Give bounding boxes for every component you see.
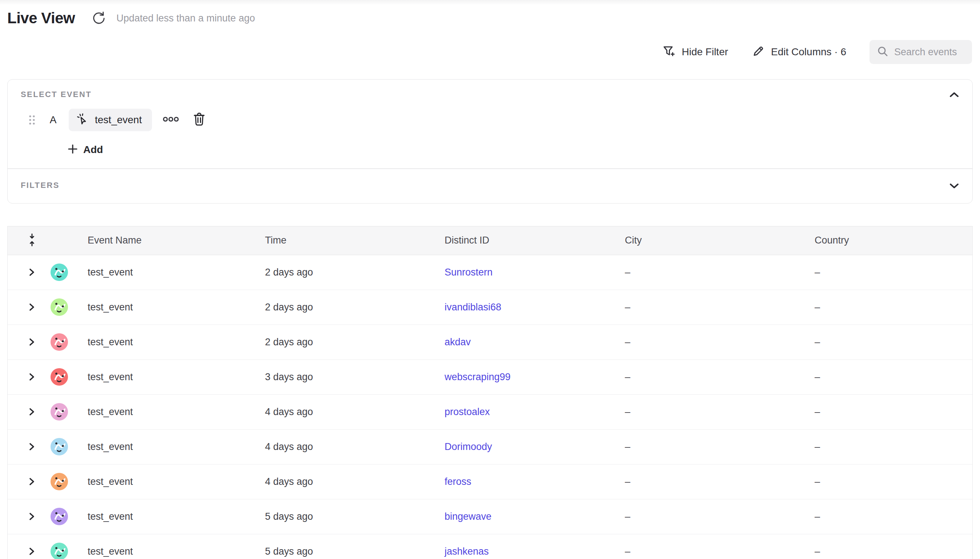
ellipsis-icon bbox=[162, 116, 179, 124]
cell-distinct-id-link[interactable]: akdav bbox=[445, 337, 471, 347]
table-row: test_event 2 days ago Sunrostern – – bbox=[8, 255, 972, 290]
table-header-row: Event Name Time Distinct ID City Country bbox=[8, 226, 972, 255]
cell-city: – bbox=[618, 372, 807, 383]
expand-row-button[interactable] bbox=[28, 546, 38, 557]
cell-time: 2 days ago bbox=[258, 337, 437, 348]
search-events-box[interactable] bbox=[869, 40, 972, 64]
cell-distinct-id-link[interactable]: prostoalex bbox=[445, 406, 490, 417]
event-clause-row: A test_event bbox=[28, 109, 959, 131]
cell-event-name: test_event bbox=[80, 372, 258, 383]
cell-distinct-id-link[interactable]: ivandiblasi68 bbox=[445, 302, 501, 313]
cell-country: – bbox=[807, 476, 972, 488]
cell-country: – bbox=[807, 337, 972, 348]
cell-distinct-id-link[interactable]: webscraping99 bbox=[445, 372, 511, 382]
event-selector-button[interactable]: test_event bbox=[69, 109, 152, 131]
table-row: test_event 2 days ago ivandiblasi68 – – bbox=[8, 290, 972, 325]
user-avatar[interactable] bbox=[51, 333, 80, 351]
table-row: test_event 4 days ago feross – – bbox=[8, 465, 972, 499]
cell-event-name: test_event bbox=[80, 546, 258, 557]
expand-row-button[interactable] bbox=[28, 337, 38, 347]
trash-icon bbox=[193, 112, 206, 128]
cell-time: 5 days ago bbox=[258, 511, 437, 522]
cell-event-name: test_event bbox=[80, 337, 258, 348]
collapse-vertical-icon bbox=[28, 242, 36, 248]
filters-section: FILTERS bbox=[8, 169, 972, 203]
cell-city: – bbox=[618, 337, 807, 348]
column-header-distinct-id[interactable]: Distinct ID bbox=[437, 235, 618, 246]
user-avatar[interactable] bbox=[51, 298, 80, 316]
table-body: test_event 2 days ago Sunrostern – – bbox=[8, 255, 972, 559]
drag-handle-icon[interactable] bbox=[28, 113, 38, 126]
refresh-button[interactable] bbox=[91, 10, 107, 26]
cell-distinct-id-link[interactable]: feross bbox=[445, 476, 471, 487]
cell-city: – bbox=[618, 441, 807, 453]
updated-status-text: Updated less than a minute ago bbox=[116, 13, 255, 24]
cell-country: – bbox=[807, 406, 972, 418]
expand-row-button[interactable] bbox=[28, 267, 38, 278]
events-table: Event Name Time Distinct ID City Country bbox=[7, 226, 973, 559]
search-icon bbox=[877, 45, 888, 58]
cell-time: 2 days ago bbox=[258, 267, 437, 278]
expand-filters-button[interactable] bbox=[947, 179, 962, 194]
hide-filter-button[interactable]: Hide Filter bbox=[662, 44, 728, 60]
user-avatar[interactable] bbox=[51, 473, 80, 490]
add-label: Add bbox=[83, 144, 103, 155]
user-avatar[interactable] bbox=[51, 508, 80, 525]
expand-row-button[interactable] bbox=[28, 441, 38, 452]
filters-label: FILTERS bbox=[21, 181, 959, 190]
cell-city: – bbox=[618, 511, 807, 522]
column-header-country[interactable]: Country bbox=[807, 235, 972, 246]
filter-plus-icon bbox=[662, 44, 676, 60]
select-event-section: SELECT EVENT A bbox=[8, 79, 972, 168]
add-event-button[interactable]: Add bbox=[67, 144, 114, 156]
expand-row-button[interactable] bbox=[28, 406, 38, 417]
user-avatar[interactable] bbox=[51, 368, 80, 385]
table-row: test_event 4 days ago Dorimoody – – bbox=[8, 430, 972, 465]
collapse-section-button[interactable] bbox=[947, 88, 962, 103]
user-avatar[interactable] bbox=[51, 438, 80, 455]
pencil-icon bbox=[751, 44, 765, 60]
expand-row-button[interactable] bbox=[28, 372, 38, 382]
event-cursor-click-icon bbox=[76, 112, 89, 127]
event-more-options-button[interactable] bbox=[161, 111, 180, 129]
hide-filter-label: Hide Filter bbox=[682, 46, 728, 58]
user-avatar[interactable] bbox=[51, 263, 80, 281]
cell-distinct-id-link[interactable]: bingewave bbox=[445, 511, 491, 522]
expand-row-button[interactable] bbox=[28, 511, 38, 522]
select-event-label: SELECT EVENT bbox=[21, 90, 959, 99]
cell-time: 4 days ago bbox=[258, 441, 437, 453]
table-row: test_event 5 days ago bingewave – – bbox=[8, 499, 972, 534]
cell-distinct-id-link[interactable]: Sunrostern bbox=[445, 267, 492, 278]
column-header-time[interactable]: Time bbox=[258, 235, 437, 246]
table-row: test_event 4 days ago prostoalex – – bbox=[8, 395, 972, 430]
cell-event-name: test_event bbox=[80, 302, 258, 313]
cell-country: – bbox=[807, 546, 972, 557]
cell-time: 2 days ago bbox=[258, 302, 437, 313]
cell-time: 4 days ago bbox=[258, 476, 437, 488]
cell-city: – bbox=[618, 267, 807, 278]
expand-row-button[interactable] bbox=[28, 302, 38, 313]
cell-distinct-id-link[interactable]: Dorimoody bbox=[445, 441, 492, 452]
user-avatar[interactable] bbox=[51, 403, 80, 420]
column-header-city[interactable]: City bbox=[618, 235, 807, 246]
cell-city: – bbox=[618, 546, 807, 557]
search-events-input[interactable] bbox=[894, 46, 965, 58]
expand-row-button[interactable] bbox=[28, 476, 38, 487]
delete-event-button[interactable] bbox=[190, 111, 209, 129]
cell-country: – bbox=[807, 511, 972, 522]
edit-columns-label: Edit Columns · 6 bbox=[771, 46, 846, 58]
edit-columns-button[interactable]: Edit Columns · 6 bbox=[751, 44, 846, 60]
refresh-icon bbox=[92, 10, 106, 26]
cell-country: – bbox=[807, 302, 972, 313]
selected-event-name: test_event bbox=[95, 114, 142, 126]
column-header-event-name[interactable]: Event Name bbox=[80, 235, 258, 246]
user-avatar[interactable] bbox=[51, 542, 80, 559]
collapse-all-rows-button[interactable] bbox=[8, 233, 43, 248]
query-builder-card: SELECT EVENT A bbox=[7, 79, 973, 203]
table-row: test_event 5 days ago jashkenas – – bbox=[8, 534, 972, 559]
cell-event-name: test_event bbox=[80, 476, 258, 488]
page-header: Live View Updated less than a minute ago bbox=[0, 0, 980, 27]
cell-time: 5 days ago bbox=[258, 546, 437, 557]
cell-distinct-id-link[interactable]: jashkenas bbox=[445, 546, 489, 557]
cell-country: – bbox=[807, 441, 972, 453]
